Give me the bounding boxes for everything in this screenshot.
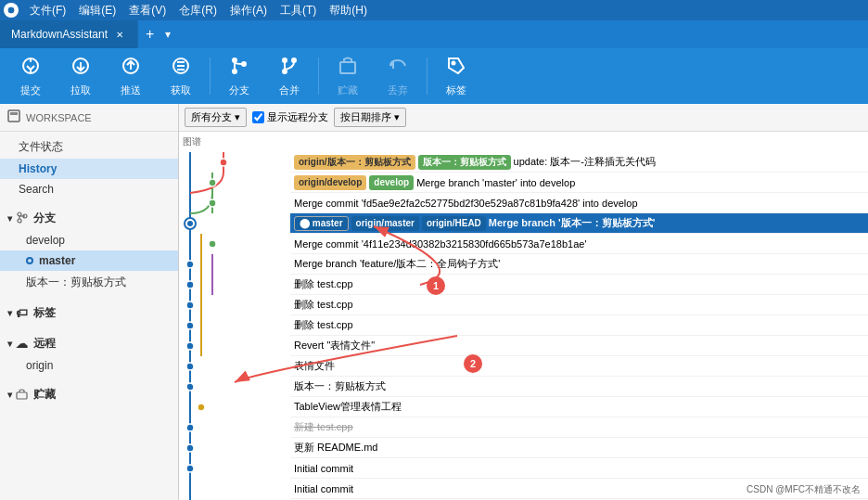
svg-point-37	[186, 301, 194, 309]
tab-title: MarkdownAssistant	[11, 28, 108, 41]
main-content: WORKSPACE 文件状态 History Search ▾ 分支 dev	[0, 104, 868, 500]
commit-row[interactable]: 新建 test.cpp	[290, 417, 868, 438]
commit-row[interactable]: Merge commit 'fd5ae9e2fa2c52775bd2f30e52…	[290, 193, 868, 213]
commit-row[interactable]: 更新 README.md	[290, 438, 868, 458]
pull-icon	[70, 55, 92, 82]
tag-origin-version1: origin/版本一：剪贴板方式	[294, 155, 415, 170]
stash-section: ▾ 贮藏	[0, 379, 178, 410]
remote-section-icon: ☁	[16, 337, 28, 351]
sidebar-item-search[interactable]: Search	[0, 179, 178, 199]
commit-row[interactable]: 删除 test.cpp	[290, 315, 868, 336]
commit-message-5: Merge commit '4f11e234d30382b3215830fd66…	[294, 238, 864, 250]
branch-section-icon	[16, 212, 28, 226]
tag-button[interactable]: 标签	[433, 51, 479, 101]
svg-point-44	[186, 444, 194, 452]
discard-button[interactable]: 丢弃	[375, 51, 421, 101]
commit-message-7: 删除 test.cpp	[294, 277, 864, 291]
commit-row[interactable]: 版本一：剪贴板方式	[290, 377, 868, 397]
menu-item-help[interactable]: 帮助(H)	[324, 1, 373, 20]
commit-row-highlighted[interactable]: ⬤ master origin/master origin/HEAD Merge…	[290, 213, 868, 234]
tag-origin-head: origin/HEAD	[422, 216, 486, 231]
discard-label: 丢弃	[388, 83, 408, 97]
commit-row[interactable]: Merge branch 'feature/版本二：全局钩子方式'	[290, 254, 868, 275]
merge-label: 合并	[279, 83, 300, 97]
commit-message-12: 版本一：剪贴板方式	[294, 379, 864, 393]
fetch-button[interactable]: 获取	[158, 51, 204, 101]
toolbar-separator-2	[318, 58, 319, 95]
commit-row[interactable]: 删除 test.cpp	[290, 275, 868, 295]
stash-section-icon	[16, 388, 28, 403]
menu-item-view[interactable]: 查看(V)	[123, 1, 172, 20]
commit-row[interactable]: 删除 test.cpp	[290, 295, 868, 315]
commit-row[interactable]: origin/develop develop Merge branch 'mas…	[290, 173, 868, 193]
stash-button[interactable]: 贮藏	[325, 51, 371, 101]
pull-label: 拉取	[70, 83, 91, 97]
branches-label: 分支	[33, 211, 56, 226]
commit-area: 图谱	[179, 132, 868, 500]
new-tab-button[interactable]: +	[138, 20, 161, 48]
tag-icon	[445, 55, 467, 82]
branch-filter-button[interactable]: 所有分支 ▾	[185, 108, 247, 127]
sidebar-branch-version1[interactable]: 版本一：剪贴板方式	[0, 271, 178, 294]
sidebar-remote-origin[interactable]: origin	[0, 355, 178, 376]
tags-chevron: ▾	[7, 308, 12, 318]
svg-point-31	[209, 199, 216, 207]
svg-point-45	[186, 465, 194, 472]
history-label: History	[19, 162, 57, 175]
workspace-text: WORKSPACE	[26, 112, 92, 123]
commit-row[interactable]: origin/版本一：剪贴板方式 版本一：剪贴板方式 update: 版本一-注…	[290, 152, 868, 173]
sidebar-branch-develop[interactable]: develop	[0, 230, 178, 250]
workspace-icon	[7, 109, 20, 125]
version1-label: 版本一：剪贴板方式	[26, 275, 126, 290]
menu-item-tools[interactable]: 工具(T)	[274, 1, 322, 20]
commit-row[interactable]: Merge commit '4f11e234d30382b3215830fd66…	[290, 234, 868, 254]
commit-message-16: Initial commit	[294, 463, 864, 474]
commit-row[interactable]: TableView管理表情工程	[290, 397, 868, 417]
branch-button[interactable]: 分支	[216, 51, 262, 101]
stash-toggle[interactable]: ▾ 贮藏	[0, 383, 178, 406]
commit-graph-svg	[179, 152, 235, 500]
remote-section: ▾ ☁ 远程 origin	[0, 328, 178, 379]
discard-icon	[387, 55, 409, 82]
sidebar-item-file-status[interactable]: 文件状态	[0, 135, 178, 159]
merge-icon	[278, 55, 300, 82]
show-remote-checkbox[interactable]	[252, 111, 264, 123]
sidebar-branch-master[interactable]: master	[0, 250, 178, 271]
sidebar-item-history[interactable]: History	[0, 159, 178, 179]
fetch-icon	[170, 55, 192, 82]
menu-item-action[interactable]: 操作(A)	[224, 1, 273, 20]
graph-column: 图谱	[179, 132, 235, 500]
tab-markdown-assistant[interactable]: MarkdownAssistant ✕	[0, 20, 138, 48]
commit-message-11: 表情文件	[294, 359, 864, 373]
svg-rect-17	[8, 110, 19, 122]
commit-row[interactable]: 表情文件	[290, 356, 868, 377]
commit-message-13: TableView管理表情工程	[294, 400, 864, 414]
fetch-label: 获取	[171, 83, 191, 97]
svg-point-7	[233, 58, 236, 62]
svg-point-33	[187, 221, 193, 226]
tags-toggle[interactable]: ▾ 🏷 标签	[0, 301, 178, 325]
commit-button[interactable]: 提交	[7, 51, 54, 101]
tab-dropdown-button[interactable]: ▾	[161, 20, 174, 48]
svg-point-11	[283, 58, 287, 62]
branches-toggle[interactable]: ▾ 分支	[0, 207, 178, 230]
menu-item-repo[interactable]: 仓库(R)	[173, 1, 223, 20]
svg-point-19	[18, 212, 21, 216]
menu-item-edit[interactable]: 编辑(E)	[73, 1, 121, 20]
remote-toggle[interactable]: ▾ ☁ 远程	[0, 332, 178, 355]
menu-item-file[interactable]: 文件(F)	[24, 1, 71, 20]
tab-close-button[interactable]: ✕	[113, 29, 126, 41]
remote-chevron: ▾	[7, 339, 12, 349]
commit-row[interactable]: Initial commit	[290, 458, 868, 479]
merge-button[interactable]: 合并	[266, 51, 313, 101]
push-button[interactable]: 推送	[108, 51, 154, 101]
pull-button[interactable]: 拉取	[57, 51, 104, 101]
svg-rect-23	[17, 392, 27, 399]
tag-section-icon: 🏷	[16, 306, 28, 320]
svg-point-36	[186, 281, 194, 288]
commit-row[interactable]: Revert "表情文件"	[290, 336, 868, 356]
toolbar: 提交 拉取 推送 获取	[0, 48, 868, 104]
show-remote-text: 显示远程分支	[267, 110, 328, 124]
stash-chevron: ▾	[7, 390, 12, 400]
sort-button[interactable]: 按日期排序 ▾	[334, 108, 406, 127]
